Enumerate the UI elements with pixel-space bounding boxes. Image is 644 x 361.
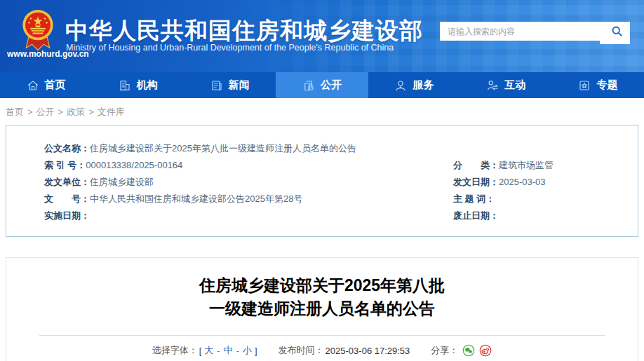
search-box [440, 22, 630, 41]
issuing-unit-label: 发文单位： [44, 177, 90, 187]
home-icon [27, 79, 39, 92]
meta-row-implement-date: 实施日期： [44, 207, 453, 224]
nav-label: 新闻 [229, 79, 250, 92]
publish-time-value: 2025-03-06 17:29:53 [326, 346, 410, 356]
nav-item-interaction[interactable]: 互动 [460, 72, 552, 98]
disclosure-files-icon [302, 79, 315, 92]
article-title: 住房城乡建设部关于2025年第八批一级建造师注册人员名单的公告 [6, 274, 638, 320]
doc-name-value: 住房城乡建设部关于2025年第八批一级建造师注册人员名单的公告 [90, 143, 356, 154]
nav-item-disclosure[interactable]: 公开 [276, 72, 368, 98]
nav-item-services[interactable]: 服务 [368, 72, 460, 98]
search-box-tab [600, 41, 630, 44]
bracket: [ [199, 346, 202, 356]
publish-time-group: 发布时间：2025-03-06 17:29:53 [279, 344, 410, 357]
doc-meta-box: 公文名称：住房城乡建设部关于2025年第八批一级建造师注册人员名单的公告 索 引… [6, 125, 638, 237]
breadcrumb-home[interactable]: 首页 [6, 107, 24, 117]
font-size-selector: 选择字体：[大-中-小] [152, 344, 257, 357]
index-no-value: 000013338/2025-00164 [86, 160, 182, 170]
doc-name-label: 公文名称： [44, 143, 90, 154]
font-select-label: 选择字体： [152, 344, 198, 357]
bracket: ] [255, 346, 257, 356]
meta-row-issue-date: 发文日期：2025-03-03 [453, 174, 624, 191]
share-group: 分享： [431, 344, 492, 357]
repeal-date-label: 废止日期： [453, 210, 499, 221]
breadcrumb: 首页>公开>政策>文件库 [0, 98, 644, 125]
main-nav: 首页 机构 新闻 公开 服务 互动 专题 [0, 72, 644, 98]
site-url: www.mohurd.gov.cn [7, 49, 89, 59]
title-divider [39, 335, 605, 336]
meta-row-subject-words: 主 题 词： [453, 191, 624, 207]
weibo-share-icon[interactable] [479, 344, 492, 357]
nav-label: 互动 [504, 79, 525, 92]
issuing-unit-value: 住房城乡建设部 [90, 177, 154, 187]
font-size-small[interactable]: 小 [243, 344, 252, 357]
org-building-icon [119, 79, 131, 92]
font-size-large[interactable]: 大 [204, 344, 213, 357]
subject-words-label: 主 题 词： [453, 193, 495, 204]
issue-date-value: 2025-03-03 [499, 177, 546, 187]
nav-item-topics[interactable]: 专题 [552, 72, 644, 98]
meta-row-category: 分 类：建筑市场监管 [453, 157, 624, 174]
site-header: 中华人民共和国住房和城乡建设部 Ministry of Housing and … [0, 0, 644, 72]
implement-date-label: 实施日期： [44, 210, 90, 221]
national-emblem-icon [20, 9, 55, 53]
font-size-medium[interactable]: 中 [224, 344, 233, 357]
breadcrumb-current: 文件库 [98, 107, 125, 117]
nav-label: 专题 [596, 79, 617, 92]
meta-row-doc-no: 文 号：中华人民共和国住房和城乡建设部公告2025年第28号 [44, 191, 453, 207]
doc-no-value: 中华人民共和国住房和城乡建设部公告2025年第28号 [90, 193, 302, 204]
search-button[interactable] [603, 22, 630, 41]
doc-no-label: 文 号： [44, 193, 90, 204]
nav-label: 机构 [137, 79, 158, 92]
service-user-icon [394, 79, 407, 92]
article-title-line2: 一级建造师注册人员名单的公告 [209, 299, 435, 318]
index-no-label: 索 引 号： [44, 160, 86, 170]
share-label: 分享： [431, 344, 458, 357]
search-icon [611, 25, 623, 37]
article-title-line1: 住房城乡建设部关于2025年第八批 [199, 276, 445, 294]
site-subtitle-en: Ministry of Housing and Urban-Rural Deve… [66, 43, 394, 53]
issue-date-label: 发文日期： [453, 177, 499, 187]
nav-label: 首页 [45, 79, 66, 92]
article-meta-bar: 选择字体：[大-中-小] 发布时间：2025-03-06 17:29:53 分享… [6, 344, 638, 357]
breadcrumb-disclosure[interactable]: 公开 [36, 107, 55, 117]
nav-label: 服务 [412, 79, 434, 92]
dash: - [217, 346, 220, 356]
nav-item-news[interactable]: 新闻 [184, 72, 276, 98]
dash: - [236, 346, 239, 356]
nav-label: 公开 [321, 79, 342, 92]
breadcrumb-separator: > [88, 107, 94, 117]
nav-item-organization[interactable]: 机构 [92, 72, 184, 98]
interaction-icon [486, 79, 499, 92]
nav-item-home[interactable]: 首页 [0, 72, 92, 98]
meta-row-doc-name: 公文名称：住房城乡建设部关于2025年第八批一级建造师注册人员名单的公告 [44, 140, 624, 157]
meta-row-issuing-unit: 发文单位：住房城乡建设部 [44, 174, 453, 191]
breadcrumb-policy[interactable]: 政策 [67, 107, 85, 117]
topics-star-icon [578, 79, 591, 92]
search-input[interactable] [440, 22, 603, 41]
meta-row-index-no: 索 引 号：000013338/2025-00164 [44, 157, 453, 174]
publish-time-label: 发布时间： [279, 344, 324, 357]
wechat-share-icon[interactable] [462, 344, 475, 357]
article-panel: 住房城乡建设部关于2025年第八批一级建造师注册人员名单的公告 选择字体：[大-… [6, 257, 638, 361]
category-value: 建筑市场监管 [499, 160, 554, 170]
category-label: 分 类： [453, 160, 499, 170]
news-icon [210, 79, 223, 92]
breadcrumb-separator: > [27, 107, 33, 117]
breadcrumb-separator: > [58, 107, 64, 117]
meta-row-repeal-date: 废止日期： [453, 207, 624, 224]
